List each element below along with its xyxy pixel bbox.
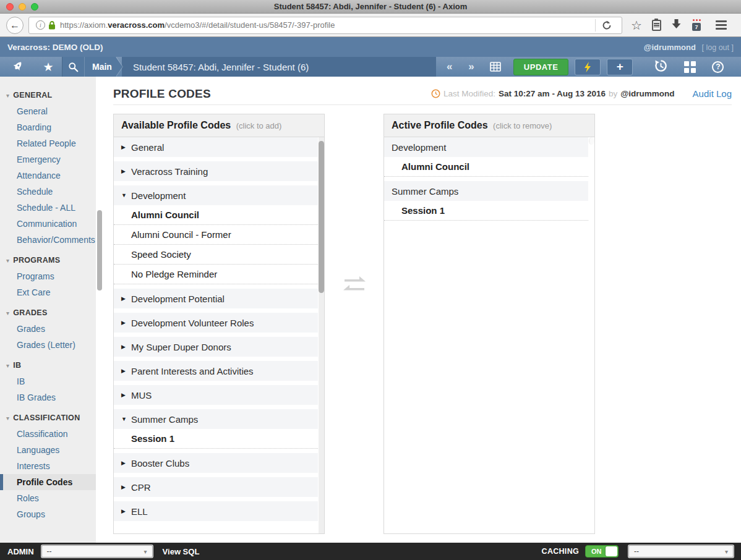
lightning-icon xyxy=(584,62,591,72)
menu-icon[interactable] xyxy=(716,20,727,30)
favorites-star-icon[interactable]: ★ xyxy=(35,57,62,77)
lock-icon[interactable] xyxy=(48,20,56,30)
sidebar-item-languages[interactable]: Languages xyxy=(0,442,96,458)
section-triangle-icon: ▾ xyxy=(6,257,9,264)
veracross-env-strip: Veracross: DEMO (OLD) @idrummond [ log o… xyxy=(0,37,741,57)
section-triangle-icon: ▾ xyxy=(6,362,9,369)
quick-actions-button[interactable] xyxy=(575,59,601,75)
available-group-row-development[interactable]: ▼Development xyxy=(114,185,318,205)
available-group-row-summer-camps[interactable]: ▼Summer Camps xyxy=(114,409,318,429)
sidebar-item-behavior-comments[interactable]: Behavior/Comments xyxy=(0,232,96,248)
available-group-row-ell[interactable]: ▶ELL xyxy=(114,501,318,521)
triangle-collapsed-icon: ▶ xyxy=(121,368,131,374)
breadcrumb-main[interactable]: Main xyxy=(84,57,116,77)
available-code-session-1[interactable]: Session 1 xyxy=(114,429,318,449)
available-group-veracross-training: ▶Veracross Training xyxy=(114,161,318,181)
clipboard-icon[interactable] xyxy=(652,20,661,31)
sidebar-section-classification[interactable]: ▾CLASSIFICATION xyxy=(0,405,96,426)
available-group-row-cpr[interactable]: ▶CPR xyxy=(114,477,318,497)
url-bar[interactable]: i https://axiom.veracross.com/vcdemo3/#/… xyxy=(28,17,622,34)
sidebar-item-boarding[interactable]: Boarding xyxy=(0,119,96,135)
sidebar-item-grades-letter[interactable]: Grades (Letter) xyxy=(0,337,96,353)
available-group-row-parent-interests-and-activities[interactable]: ▶Parent Interests and Activities xyxy=(114,361,318,381)
admin-right-select[interactable]: -- ▾ xyxy=(628,545,734,558)
available-group-row-my-super-duper-donors[interactable]: ▶My Super Duper Donors xyxy=(114,337,318,357)
search-icon[interactable] xyxy=(62,57,84,77)
record-title-tab[interactable]: Student 58457: Abdi, Jennifer - Student … xyxy=(122,57,436,77)
sidebar-item-communication[interactable]: Communication xyxy=(0,216,96,232)
rocket-icon[interactable] xyxy=(0,57,35,77)
sidebar-section-label: CLASSIFICATION xyxy=(13,414,80,422)
sidebar-item-attendance[interactable]: Attendance xyxy=(0,168,96,184)
active-group-development: DevelopmentAlumni Council xyxy=(384,137,588,177)
available-group-row-booster-clubs[interactable]: ▶Booster Clubs xyxy=(114,453,318,473)
sidebar-item-emergency[interactable]: Emergency xyxy=(0,151,96,168)
back-button[interactable]: ← xyxy=(6,17,24,34)
sidebar-item-interests[interactable]: Interests xyxy=(0,458,96,474)
sidebar-section-ib[interactable]: ▾IB xyxy=(0,353,96,373)
available-group-row-development-volunteer-roles[interactable]: ▶Development Volunteer Roles xyxy=(114,313,318,333)
available-scrollbar[interactable] xyxy=(319,137,324,533)
download-icon[interactable] xyxy=(671,19,682,32)
available-group-row-general[interactable]: ▶General xyxy=(114,137,318,157)
history-icon[interactable] xyxy=(654,59,668,75)
last-modified-block: Last Modified: Sat 10:27 am - Aug 13 201… xyxy=(431,88,732,99)
sidebar-item-profile-codes[interactable]: Profile Codes xyxy=(0,474,96,490)
view-sql-link[interactable]: View SQL xyxy=(163,547,200,556)
sidebar-item-groups[interactable]: Groups xyxy=(0,506,96,522)
info-icon[interactable]: i xyxy=(36,20,45,30)
available-scrollbar-thumb[interactable] xyxy=(319,141,324,293)
add-record-button[interactable]: + xyxy=(607,59,633,75)
sidebar-item-schedule[interactable]: Schedule xyxy=(0,184,96,200)
available-code-speed-society[interactable]: Speed Society xyxy=(114,245,318,265)
admin-bar: ADMIN -- ▾ View SQL CACHING ON -- ▾ xyxy=(0,543,741,560)
reload-icon[interactable] xyxy=(596,20,618,30)
audit-log-link[interactable]: Audit Log xyxy=(693,88,732,99)
active-code-session-1[interactable]: Session 1 xyxy=(384,201,588,221)
available-code-no-pledge-reminder[interactable]: No Pledge Reminder xyxy=(114,265,318,284)
available-group-development-volunteer-roles: ▶Development Volunteer Roles xyxy=(114,313,318,333)
active-scrollbar[interactable] xyxy=(589,137,594,145)
update-button[interactable]: UPDATE xyxy=(513,59,568,75)
available-panel-hint: (click to add) xyxy=(236,121,282,130)
caching-toggle[interactable]: ON xyxy=(585,545,619,558)
sidebar-section-grades[interactable]: ▾GRADES xyxy=(0,300,96,321)
section-triangle-icon: ▾ xyxy=(6,310,9,316)
available-group-row-mus[interactable]: ▶MUS xyxy=(114,385,318,405)
help-icon[interactable]: ? xyxy=(712,61,724,73)
sidebar-item-related-people[interactable]: Related People xyxy=(0,135,96,151)
logout-link[interactable]: [ log out ] xyxy=(702,43,734,52)
table-view-icon[interactable] xyxy=(484,62,507,72)
modified-by[interactable]: @idrummond xyxy=(620,89,674,98)
available-code-alumni-council[interactable]: Alumni Council xyxy=(114,205,318,225)
sidebar-item-ext-care[interactable]: Ext Care xyxy=(0,284,96,300)
admin-left-select[interactable]: -- ▾ xyxy=(41,545,153,558)
sidebar-item-grades[interactable]: Grades xyxy=(0,321,96,337)
sidebar-section-general[interactable]: ▾GENERAL xyxy=(0,83,96,103)
available-code-alumni-council-former[interactable]: Alumni Council - Former xyxy=(114,225,318,245)
content-header: PROFILE CODES Last Modified: Sat 10:27 a… xyxy=(113,83,732,105)
sidebar-item-roles[interactable]: Roles xyxy=(0,490,96,506)
apps-grid-icon[interactable] xyxy=(684,61,696,73)
sidebar-item-ib[interactable]: IB xyxy=(0,373,96,389)
bookmark-star-icon[interactable]: ☆ xyxy=(631,19,642,32)
sidebar-item-programs[interactable]: Programs xyxy=(0,268,96,284)
active-code-alumni-council[interactable]: Alumni Council xyxy=(384,157,588,177)
current-user[interactable]: @idrummond xyxy=(644,43,696,52)
available-group-development-potential: ▶Development Potential xyxy=(114,289,318,308)
triangle-collapsed-icon: ▶ xyxy=(121,484,131,490)
next-record-button[interactable]: » xyxy=(461,61,481,73)
sidebar-scrollbar-thumb[interactable] xyxy=(97,210,102,291)
prev-record-button[interactable]: « xyxy=(440,61,459,73)
sidebar-scrollbar[interactable] xyxy=(96,77,104,543)
extension-badge-icon[interactable]: 7 xyxy=(692,19,702,31)
sidebar-item-general[interactable]: General xyxy=(0,103,96,119)
sidebar-item-classification[interactable]: Classification xyxy=(0,426,96,442)
triangle-collapsed-icon: ▶ xyxy=(121,320,131,326)
sidebar-section-programs[interactable]: ▾PROGRAMS xyxy=(0,248,96,268)
sidebar-item-ib-grades[interactable]: IB Grades xyxy=(0,389,96,405)
available-group-row-development-potential[interactable]: ▶Development Potential xyxy=(114,289,318,308)
triangle-expanded-icon: ▼ xyxy=(121,416,131,422)
sidebar-item-schedule-all[interactable]: Schedule - ALL xyxy=(0,200,96,216)
available-group-row-veracross-training[interactable]: ▶Veracross Training xyxy=(114,161,318,181)
